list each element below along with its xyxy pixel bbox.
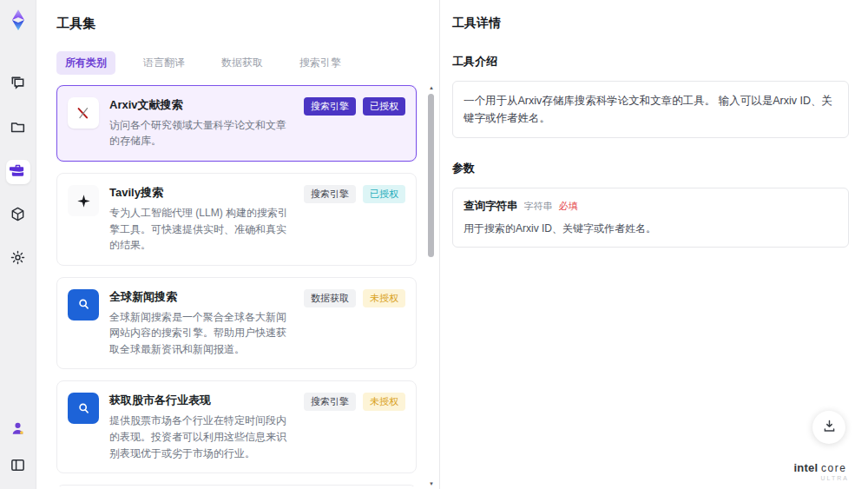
category-tab[interactable]: 搜索引擎 (291, 51, 350, 75)
category-tab[interactable]: 语言翻译 (135, 51, 194, 75)
gear-icon (10, 249, 26, 269)
collapse-panel-icon[interactable] (6, 453, 30, 477)
param-type: 字符串 (524, 200, 553, 213)
tool-name: Tavily搜索 (109, 186, 292, 201)
tool-list-panel: 工具集 所有类别 语言翻译 数据获取 搜索引擎 Arxiv文献搜索 访问各个研究… (36, 0, 439, 489)
param-box: 查询字符串 字符串 必填 用于搜索的Arxiv ID、关键字或作者姓名。 (452, 188, 849, 248)
params-heading: 参数 (452, 161, 849, 176)
tool-list: Arxiv文献搜索 访问各个研究领域大量科学论文和文章的存储库。 搜索引擎 已授… (56, 85, 417, 486)
tool-icon (68, 185, 99, 216)
cube-icon (10, 206, 26, 226)
detail-title: 工具详情 (452, 16, 849, 31)
scrollbar-thumb[interactable] (428, 94, 434, 257)
tool-card[interactable]: Tavily搜索 专为人工智能代理 (LLM) 构建的搜索引擎工具。可快速提供实… (56, 173, 417, 266)
page-title: 工具集 (56, 16, 439, 32)
tool-name: Arxiv文献搜索 (109, 98, 292, 113)
download-button[interactable] (812, 411, 845, 444)
category-badge: 搜索引擎 (304, 97, 356, 116)
auth-status-badge: 已授权 (363, 185, 405, 203)
tool-description: 专为人工智能代理 (LLM) 构建的搜索引擎工具。可快速提供实时、准确和真实的结… (109, 205, 292, 254)
tool-name: 全球新闻搜索 (109, 290, 292, 305)
folder-icon (10, 119, 26, 139)
chat-icon (10, 76, 26, 96)
intel-core-logo: intel core ULTRA (786, 461, 854, 481)
tool-card[interactable]: Arxiv文献搜索 访问各个研究领域大量科学论文和文章的存储库。 搜索引擎 已授… (56, 85, 417, 162)
tool-description: 访问各个研究领域大量科学论文和文章的存储库。 (109, 117, 292, 149)
sidebar-item-settings[interactable] (6, 247, 30, 271)
scrollbar[interactable]: ▲ ▼ (428, 87, 434, 483)
scroll-down-icon[interactable]: ▼ (429, 481, 434, 486)
tool-icon (68, 97, 99, 129)
download-icon (822, 419, 837, 437)
sidebar-item-files[interactable] (6, 116, 30, 141)
category-tab[interactable]: 数据获取 (213, 51, 272, 75)
category-badge: 搜索引擎 (304, 393, 356, 411)
scroll-up-icon[interactable]: ▲ (429, 85, 434, 90)
tool-description: 全球新闻搜索是一个聚合全球各大新闻网站内容的搜索引擎。帮助用户快速获取全球最新资… (109, 309, 292, 358)
toolbox-icon (10, 162, 26, 182)
param-required-badge: 必填 (559, 200, 578, 213)
tool-name: 获取股市各行业表现 (109, 393, 292, 408)
category-badge: 搜索引擎 (304, 185, 356, 203)
category-badge: 数据获取 (304, 289, 356, 307)
tool-description: 提供股票市场各个行业在特定时间段内的表现。投资者可以利用这些信息来识别表现优于或… (109, 413, 292, 461)
auth-status-badge: 未授权 (363, 393, 405, 411)
tool-card[interactable]: 全球新闻搜索 全球新闻搜索是一个聚合全球各大新闻网站内容的搜索引擎。帮助用户快速… (56, 277, 417, 370)
sidebar-item-tools[interactable] (6, 160, 30, 184)
sidebar-item-chat[interactable] (6, 73, 30, 97)
intro-heading: 工具介绍 (452, 54, 849, 69)
category-tabs: 所有类别 语言翻译 数据获取 搜索引擎 (56, 51, 439, 75)
param-name: 查询字符串 (464, 199, 518, 214)
tool-icon (68, 289, 99, 320)
auth-status-badge: 已授权 (363, 97, 405, 116)
intro-text: 一个用于从Arxiv存储库搜索科学论文和文章的工具。 输入可以是Arxiv ID… (464, 92, 838, 127)
tool-card[interactable]: 获取市场最活跃股票信息 提供当天交易量最高的股票列表，投资者可以利用这些信息来识… (56, 485, 417, 486)
tool-card[interactable]: 获取股市各行业表现 提供股票市场各个行业在特定时间段内的表现。投资者可以利用这些… (56, 380, 417, 473)
tool-icon (68, 393, 99, 424)
tool-list-wrap: Arxiv文献搜索 访问各个研究领域大量科学论文和文章的存储库。 搜索引擎 已授… (56, 85, 439, 486)
auth-status-badge: 未授权 (363, 289, 405, 307)
sidebar-item-plugins[interactable] (6, 203, 30, 228)
intro-box: 一个用于从Arxiv存储库搜索科学论文和文章的工具。 输入可以是Arxiv ID… (452, 81, 849, 138)
param-description: 用于搜索的Arxiv ID、关键字或作者姓名。 (464, 221, 838, 236)
category-tab[interactable]: 所有类别 (56, 51, 115, 75)
app-logo[interactable] (7, 9, 30, 31)
tool-detail-panel: 工具详情 工具介绍 一个用于从Arxiv存储库搜索科学论文和文章的工具。 输入可… (439, 0, 868, 489)
sidebar-rail (0, 0, 36, 489)
user-avatar[interactable] (6, 416, 30, 440)
